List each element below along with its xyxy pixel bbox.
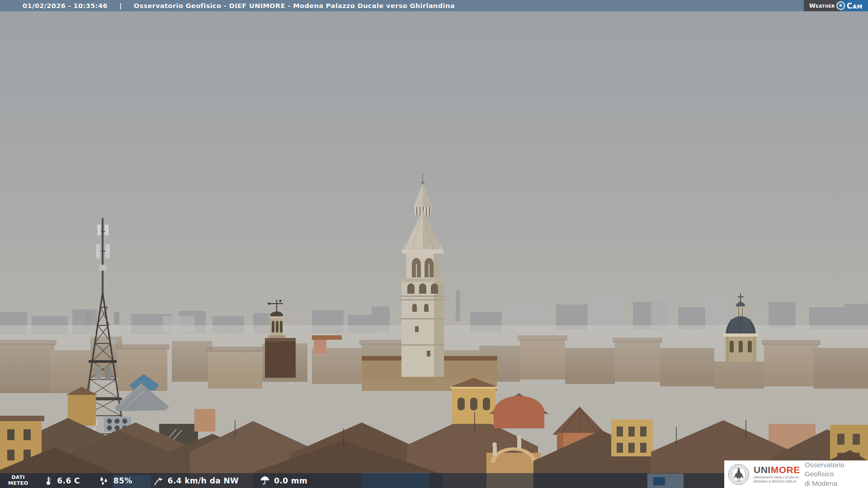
orange-roofline [312,335,342,340]
weathercam-lens-icon [836,1,845,10]
weathercam-logo: Weather Cam [804,0,868,11]
humidity-value: 85% [113,476,132,485]
unimore-panel: UNIMORE UNIVERSITÀ DEGLI STUDI DI MODENA… [724,460,868,488]
timestamp-text: 01/02/2026 - 10:35:46 [23,2,108,9]
unimore-seal [728,464,750,485]
camera-title: Osservatorio Geofisico - DIEF UNIMORE - … [134,2,455,9]
observatory-name: Osservatorio Geofisico di Modena [805,460,868,488]
brand-more: MORE [771,465,800,475]
temperature-value: 6.6 C [57,476,80,485]
humidity-icon [98,475,110,486]
rain-value: 0.0 mm [274,476,307,485]
wind-value: 6.4 km/h da NW [168,476,239,485]
thermometer-icon [43,475,53,486]
weathercam-weather-label: Weather [804,0,840,11]
wind-item: 6.4 km/h da NW [152,475,239,486]
dati-meteo-label: DATI METEO [8,475,28,486]
temperature-item: 6.6 C [43,475,80,486]
webcam-frame: 01/02/2026 - 10:35:46 | Osservatorio Geo… [0,0,868,488]
humidity-item: 85% [98,475,132,486]
rain-item: 0.0 mm [259,475,307,486]
wind-icon [152,475,164,486]
top-bar: 01/02/2026 - 10:35:46 | Osservatorio Geo… [0,0,868,11]
unimore-wordmark: UNIMORE UNIVERSITÀ DEGLI STUDI DI MODENA… [754,465,800,484]
brand-uni: UNI [754,465,771,475]
salmon-building [314,338,326,353]
separator: | [119,2,122,9]
weathercam-cam-label: Cam [841,0,868,11]
webcam-photo [0,0,868,488]
rain-icon [259,475,270,486]
unimore-subtitle: UNIVERSITÀ DEGLI STUDI DI MODENA E REGGI… [754,476,800,484]
